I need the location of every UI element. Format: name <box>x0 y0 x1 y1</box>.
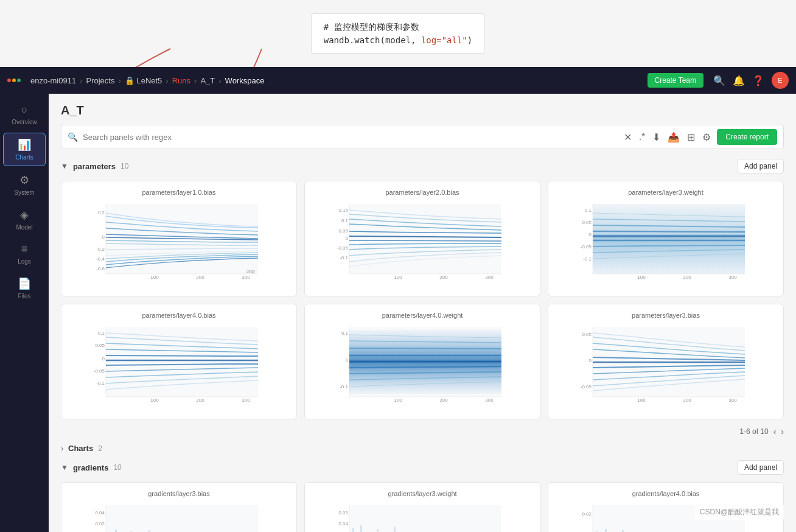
search-input-icon: 🔍 <box>68 132 78 142</box>
breadcrumb-projects[interactable]: Projects <box>86 76 115 85</box>
gradients-header-right: Add panel <box>738 460 784 475</box>
gradients-toggle[interactable]: ▼ <box>61 463 68 472</box>
search-input[interactable] <box>83 133 618 142</box>
grad-chart-title-layer40-bias: gradients/layer4.0.bias <box>556 490 776 497</box>
sidebar: ○ Overview 📊 Charts ⚙ System ◈ Model ≡ L… <box>0 94 49 532</box>
share-button[interactable]: 📤 <box>666 130 681 144</box>
svg-rect-72 <box>115 530 117 532</box>
charts-section-toggle[interactable]: › <box>61 444 63 453</box>
regex-toggle-button[interactable]: .* <box>638 130 647 144</box>
svg-text:300: 300 <box>242 275 250 280</box>
svg-text:0.04: 0.04 <box>338 521 348 527</box>
svg-text:300: 300 <box>485 397 494 403</box>
svg-rect-99 <box>352 528 354 532</box>
navbar: enzo-mi0911 › Projects › 🔒 LeNet5 › Runs… <box>0 67 796 94</box>
svg-rect-96 <box>349 505 501 532</box>
breadcrumb-sep-1: › <box>80 76 82 85</box>
parameters-toggle[interactable]: ▼ <box>61 162 68 170</box>
chart-title-layer1-bias: parameters/layer1.0.bias <box>69 189 289 196</box>
create-report-button[interactable]: Create report <box>717 129 777 145</box>
svg-text:0.02: 0.02 <box>95 521 105 527</box>
svg-text:0.02: 0.02 <box>582 511 592 517</box>
breadcrumb-enzo[interactable]: enzo-mi0911 <box>30 76 76 85</box>
grad-chart-card-layer3-bias: gradients/layer3.bias <box>61 482 297 532</box>
search-bar: 🔍 ✕ .* ⬇ 📤 ⊞ ⚙ Create report <box>61 125 784 149</box>
svg-text:0: 0 <box>589 358 592 363</box>
navbar-icons: 🔍 🔔 ❓ E <box>713 72 789 89</box>
svg-text:0.1: 0.1 <box>585 208 592 213</box>
breadcrumb-lenet5[interactable]: 🔒 LeNet5 <box>125 76 162 85</box>
nav-dot-2 <box>12 79 16 82</box>
breadcrumb-at[interactable]: A_T <box>200 76 215 85</box>
bell-icon[interactable]: 🔔 <box>733 75 745 86</box>
sidebar-item-charts[interactable]: 📊 Charts <box>3 133 46 166</box>
svg-text:200: 200 <box>196 397 204 403</box>
svg-text:300: 300 <box>728 275 737 280</box>
overview-icon: ○ <box>21 103 28 116</box>
settings-button[interactable]: ⚙ <box>701 130 712 144</box>
model-icon: ◈ <box>20 208 29 222</box>
logs-icon: ≡ <box>21 243 28 256</box>
svg-text:-0.6: -0.6 <box>96 266 105 271</box>
svg-text:300: 300 <box>485 275 494 280</box>
prev-page-button[interactable]: ‹ <box>773 427 777 436</box>
sidebar-system-label: System <box>14 189 34 196</box>
sidebar-item-overview[interactable]: ○ Overview <box>3 99 46 130</box>
chart-title-layer4-weight: parameters/layer4.0.weight <box>312 312 532 319</box>
grad-chart-svg-layer3-bias: 0.04 0.02 0 -0.02 100 200 300 <box>69 502 289 532</box>
breadcrumb-sep-5: › <box>218 76 221 85</box>
svg-text:-0.05: -0.05 <box>94 368 105 374</box>
search-icon[interactable]: 🔍 <box>713 75 725 86</box>
page-title: A_T <box>61 103 784 117</box>
charts-section-title: Charts <box>68 444 93 453</box>
svg-text:200: 200 <box>683 275 691 280</box>
files-icon: 📄 <box>18 277 31 290</box>
help-icon[interactable]: ❓ <box>752 75 764 86</box>
parameters-header-right: Add panel <box>738 159 784 173</box>
breadcrumb-sep-2: › <box>118 76 120 85</box>
grad-chart-title-layer3-weight: gradients/layer3.weight <box>312 490 532 497</box>
sidebar-item-logs[interactable]: ≡ Logs <box>3 238 46 270</box>
svg-text:0.1: 0.1 <box>341 218 349 223</box>
svg-text:100: 100 <box>150 275 159 280</box>
breadcrumb-runs[interactable]: Runs <box>172 76 190 85</box>
system-icon: ⚙ <box>19 173 29 187</box>
sidebar-model-label: Model <box>16 224 32 231</box>
annotation-area: # 监控模型的梯度和参数 wandb.watch(model, log="all… <box>0 0 796 67</box>
clear-search-button[interactable]: ✕ <box>623 130 633 144</box>
chart-svg-layer1-bias: 0.2 0 -0.2 -0.4 -0.6 100 200 300 Step <box>69 201 289 280</box>
svg-text:0: 0 <box>102 356 105 362</box>
svg-rect-104 <box>394 527 396 532</box>
add-panel-button[interactable]: Add panel <box>738 159 784 173</box>
create-team-button[interactable]: Create Team <box>648 73 703 88</box>
sidebar-item-files[interactable]: 📄 Files <box>3 272 46 304</box>
charts-icon: 📊 <box>18 138 31 152</box>
download-button[interactable]: ⬇ <box>651 130 662 144</box>
svg-text:300: 300 <box>728 397 737 403</box>
code-comment: # 监控模型的梯度和参数 <box>324 20 472 33</box>
filter-button[interactable]: ⊞ <box>686 130 696 144</box>
chart-svg-layer4-weight: 0.1 0 -0.1 100 200 300 <box>312 324 532 403</box>
sidebar-item-system[interactable]: ⚙ System <box>3 169 46 201</box>
watermark: CSDN@酷酸洋红就是我 <box>695 505 784 520</box>
grad-chart-svg-layer3-weight: 0.05 0.04 0 -0.05 100 200 300 <box>312 502 532 532</box>
next-page-button[interactable]: › <box>781 427 784 436</box>
sidebar-charts-label: Charts <box>15 154 33 161</box>
chart-title-layer3-weight: parameters/layer3.weight <box>556 189 776 196</box>
svg-text:0.1: 0.1 <box>341 331 349 336</box>
parameters-charts-grid: parameters/layer1.0.bias <box>61 181 784 419</box>
pagination-text: 1-6 of 10 <box>739 427 768 436</box>
svg-text:-0.05: -0.05 <box>581 384 592 390</box>
gradients-add-panel-button[interactable]: Add panel <box>738 460 784 475</box>
svg-text:300: 300 <box>242 397 250 403</box>
code-str: "all" <box>442 35 467 45</box>
svg-text:-0.05: -0.05 <box>337 245 349 251</box>
svg-text:-0.05: -0.05 <box>581 244 592 250</box>
chart-card-layer1-bias: parameters/layer1.0.bias <box>61 181 297 296</box>
sidebar-item-model[interactable]: ◈ Model <box>3 203 46 236</box>
gradients-section-count: 10 <box>113 463 121 472</box>
avatar[interactable]: E <box>772 72 789 89</box>
svg-text:0.15: 0.15 <box>338 208 348 213</box>
svg-rect-100 <box>360 525 362 532</box>
svg-text:0.05: 0.05 <box>338 510 348 516</box>
